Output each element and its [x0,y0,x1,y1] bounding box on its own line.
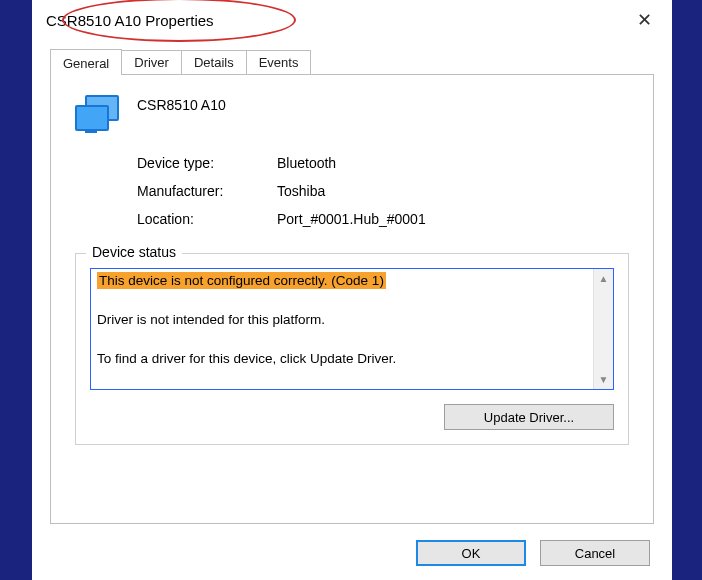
device-status-text: This device is not configured correctly.… [91,269,593,389]
tab-driver[interactable]: Driver [121,50,182,74]
close-icon[interactable]: ✕ [628,9,660,31]
device-status-legend: Device status [86,244,182,260]
value-manufacturer: Toshiba [277,183,629,199]
scrollbar[interactable]: ▲ ▼ [593,269,613,389]
dialog-body: General Driver Details Events CSR8510 A1… [32,40,672,524]
device-status-box: This device is not configured correctly.… [90,268,614,390]
properties-dialog: CSR8510 A10 Properties ✕ General Driver … [32,0,672,580]
property-list: Device type: Bluetooth Manufacturer: Tos… [137,155,629,227]
titlebar: CSR8510 A10 Properties ✕ [32,0,672,40]
tab-row: General Driver Details Events [50,48,654,74]
scroll-up-icon[interactable]: ▲ [599,273,609,284]
label-manufacturer: Manufacturer: [137,183,277,199]
value-location: Port_#0001.Hub_#0001 [277,211,629,227]
window-title: CSR8510 A10 Properties [46,12,214,29]
tab-panel-general: CSR8510 A10 Device type: Bluetooth Manuf… [50,74,654,524]
tab-details[interactable]: Details [181,50,247,74]
status-line-1: This device is not configured correctly.… [97,272,386,289]
device-name: CSR8510 A10 [137,93,226,113]
ok-button[interactable]: OK [416,540,526,566]
dialog-button-row: OK Cancel [416,540,650,566]
label-device-type: Device type: [137,155,277,171]
tab-events[interactable]: Events [246,50,312,74]
update-driver-button[interactable]: Update Driver... [444,404,614,430]
scroll-down-icon[interactable]: ▼ [599,374,609,385]
device-icon [75,95,119,135]
tab-general[interactable]: General [50,49,122,75]
label-location: Location: [137,211,277,227]
value-device-type: Bluetooth [277,155,629,171]
device-status-group: Device status This device is not configu… [75,253,629,445]
status-line-3: To find a driver for this device, click … [97,351,396,366]
device-header: CSR8510 A10 [75,93,629,135]
cancel-button[interactable]: Cancel [540,540,650,566]
update-driver-row: Update Driver... [90,404,614,430]
status-line-2: Driver is not intended for this platform… [97,312,325,327]
